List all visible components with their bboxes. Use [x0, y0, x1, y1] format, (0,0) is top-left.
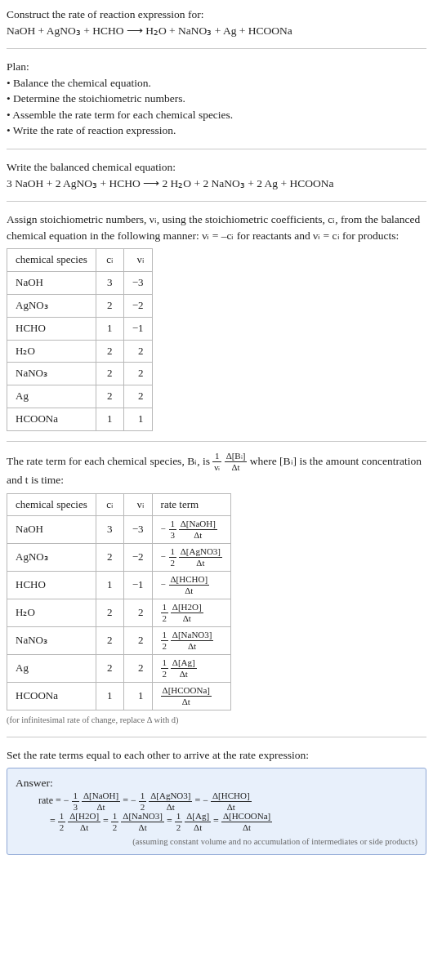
cell: 1	[96, 408, 123, 431]
cell: NaNO₃	[7, 627, 96, 655]
th: cᵢ	[96, 249, 123, 272]
divider	[7, 48, 426, 49]
cell: −2	[123, 294, 152, 317]
prompt-text: Construct the rate of reaction expressio…	[7, 7, 426, 23]
answer-assumption: (assuming constant volume and no accumul…	[16, 835, 417, 848]
th: νᵢ	[123, 493, 152, 516]
cell: 2	[123, 385, 152, 408]
cell: 2	[96, 294, 123, 317]
final-block: Set the rate terms equal to each other t…	[7, 747, 426, 855]
th: rate term	[152, 493, 230, 516]
cell: 2	[123, 599, 152, 627]
cell: 2	[96, 655, 123, 683]
cell: 2	[96, 340, 123, 363]
th: cᵢ	[96, 493, 123, 516]
cell: −2	[123, 544, 152, 572]
divider	[7, 201, 426, 202]
table-row: AgNO₃2−2− 12 Δ[AgNO3]Δt	[7, 544, 231, 572]
balanced-equation: 3 NaOH + 2 AgNO₃ + HCHO ⟶ 2 H₂O + 2 NaNO…	[7, 176, 426, 192]
table-row: H₂O22	[7, 340, 153, 363]
table-row: HCOONa11Δ[HCOONa]Δt	[7, 683, 231, 710]
table-row: NaNO₃22	[7, 363, 153, 385]
th: chemical species	[7, 249, 96, 272]
table-row: NaOH3−3	[7, 272, 153, 295]
cell: AgNO₃	[7, 544, 96, 572]
cell: 12 Δ[H2O]Δt	[152, 599, 230, 627]
cell: NaOH	[7, 516, 96, 544]
prompt-block: Construct the rate of reaction expressio…	[7, 7, 426, 38]
infinitesimal-note: (for infinitesimal rate of change, repla…	[7, 714, 426, 726]
cell: − 12 Δ[AgNO3]Δt	[152, 544, 230, 572]
den: νᵢ	[212, 462, 221, 472]
rate-term-text: The rate term for each chemical species,…	[7, 455, 212, 467]
stoich-table-2: chemical species cᵢ νᵢ rate term NaOH3−3…	[7, 493, 231, 711]
cell: 3	[96, 272, 123, 295]
cell: 12 Δ[Ag]Δt	[152, 655, 230, 683]
cell: 2	[96, 363, 123, 385]
cell: − 13 Δ[NaOH]Δt	[152, 516, 230, 544]
rate-term-formula: 1νᵢ Δ[Bᵢ]Δt	[212, 452, 247, 472]
cell: 1	[123, 683, 152, 710]
answer-label: Answer:	[16, 775, 417, 791]
assign-block: Assign stoichiometric numbers, νᵢ, using…	[7, 212, 426, 431]
plan-block: Plan: Balance the chemical equation. Det…	[7, 59, 426, 139]
cell: 2	[96, 599, 123, 627]
cell: 12 Δ[NaNO3]Δt	[152, 627, 230, 655]
answer-box: Answer: rate = − 13 Δ[NaOH]Δt = − 12 Δ[A…	[7, 768, 426, 855]
unbalanced-equation: NaOH + AgNO₃ + HCHO ⟶ H₂O + NaNO₃ + Ag +…	[7, 23, 426, 39]
table-row: H₂O2212 Δ[H2O]Δt	[7, 599, 231, 627]
cell: 1	[96, 317, 123, 340]
cell: 2	[123, 340, 152, 363]
divider	[7, 737, 426, 737]
cell: 2	[96, 385, 123, 408]
cell: 1	[96, 683, 123, 710]
table-row: HCHO1−1− Δ[HCHO]Δt	[7, 572, 231, 599]
th: chemical species	[7, 493, 96, 516]
cell: − Δ[HCHO]Δt	[152, 572, 230, 599]
cell: Ag	[7, 385, 96, 408]
den: Δt	[225, 462, 248, 472]
cell: NaNO₃	[7, 363, 96, 385]
cell: H₂O	[7, 599, 96, 627]
cell: HCHO	[7, 317, 96, 340]
cell: 3	[96, 516, 123, 544]
rate-term-block: The rate term for each chemical species,…	[7, 452, 426, 727]
cell: HCOONa	[7, 408, 96, 431]
table-row: NaNO₃2212 Δ[NaNO3]Δt	[7, 627, 231, 655]
table-row: HCHO1−1	[7, 317, 153, 340]
cell: NaOH	[7, 272, 96, 295]
table-row: Ag22	[7, 385, 153, 408]
cell: HCOONa	[7, 683, 96, 710]
cell: 1	[96, 572, 123, 599]
cell: Δ[HCOONa]Δt	[152, 683, 230, 710]
cell: −1	[123, 572, 152, 599]
cell: −3	[123, 272, 152, 295]
plan-item: Write the rate of reaction expression.	[7, 122, 426, 139]
table-row: NaOH3−3− 13 Δ[NaOH]Δt	[7, 516, 231, 544]
table-row: AgNO₃2−2	[7, 294, 153, 317]
cell: 2	[96, 544, 123, 572]
stoich-table-1: chemical species cᵢ νᵢ NaOH3−3AgNO₃2−2HC…	[7, 248, 153, 431]
answer-rate-expression: rate = − 13 Δ[NaOH]Δt = − 12 Δ[AgNO3]Δt …	[16, 791, 417, 832]
cell: HCHO	[7, 572, 96, 599]
cell: −3	[123, 516, 152, 544]
cell: −1	[123, 317, 152, 340]
balanced-header: Write the balanced chemical equation:	[7, 159, 426, 176]
balanced-block: Write the balanced chemical equation: 3 …	[7, 159, 426, 191]
cell: H₂O	[7, 340, 96, 363]
plan-item: Determine the stoichiometric numbers.	[7, 91, 426, 107]
plan-list: Balance the chemical equation. Determine…	[7, 75, 426, 139]
cell: AgNO₃	[7, 294, 96, 317]
cell: 2	[123, 363, 152, 385]
plan-header: Plan:	[7, 59, 426, 75]
cell: 2	[96, 627, 123, 655]
divider	[7, 149, 426, 149]
cell: 2	[123, 627, 152, 655]
cell: 1	[123, 408, 152, 431]
plan-item: Balance the chemical equation.	[7, 75, 426, 91]
th: νᵢ	[123, 249, 152, 272]
assign-text: Assign stoichiometric numbers, νᵢ, using…	[7, 212, 426, 243]
table-row: HCOONa11	[7, 408, 153, 431]
table-row: Ag2212 Δ[Ag]Δt	[7, 655, 231, 683]
divider	[7, 441, 426, 442]
